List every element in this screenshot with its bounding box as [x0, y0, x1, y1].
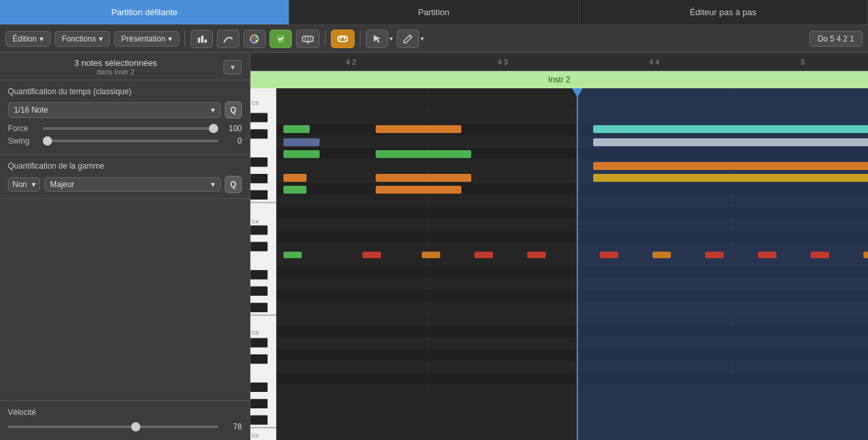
svg-rect-29 — [250, 315, 277, 316]
svg-rect-0 — [198, 38, 200, 43]
note[interactable] — [811, 252, 829, 258]
note[interactable] — [376, 174, 471, 182]
scale-q-button[interactable]: Q — [225, 176, 242, 193]
svg-rect-34 — [250, 399, 268, 408]
svg-point-7 — [256, 40, 258, 41]
note[interactable] — [376, 125, 461, 133]
velocity-slider[interactable] — [8, 426, 218, 428]
empty-space — [0, 199, 250, 400]
playhead — [577, 88, 578, 440]
chevron-down-icon: ▾ — [99, 34, 103, 43]
selection-info: 3 notes sélectionnées dans Instr 2 ▾ — [0, 53, 250, 80]
swing-value: 0 — [223, 136, 242, 146]
timeline-marker-42: 4 2 — [346, 58, 356, 66]
chevron-down-icon: ▾ — [168, 34, 172, 43]
note[interactable] — [652, 252, 671, 258]
scale-row: Non ▾ Majeur ▾ Q — [8, 176, 242, 193]
tab-partition-defilante[interactable]: Partition défilante — [0, 0, 289, 24]
note[interactable] — [600, 252, 618, 258]
edition-menu[interactable]: Édition ▾ — [5, 31, 51, 47]
timeline-marker-44: 4 4 — [649, 58, 659, 66]
svg-rect-21 — [250, 190, 268, 200]
note[interactable] — [362, 252, 381, 258]
quantize-q-button[interactable]: Q — [225, 101, 242, 119]
curve-icon-btn[interactable] — [217, 30, 239, 48]
separator — [185, 31, 185, 47]
separator2 — [325, 31, 326, 47]
selection-dropdown-btn[interactable]: ▾ — [223, 60, 242, 74]
svg-rect-22 — [250, 202, 277, 204]
presentation-menu[interactable]: Présentation ▾ — [114, 31, 179, 47]
note[interactable] — [376, 186, 461, 194]
svg-text:C2: C2 — [252, 433, 258, 439]
notes-grid[interactable] — [277, 88, 868, 440]
toolbar: Édition ▾ Fonctions ▾ Présentation ▾ ▾ ▾… — [0, 25, 868, 53]
tab-bar: Partition défilante Partition Éditeur pa… — [0, 0, 868, 25]
svg-point-13 — [307, 41, 309, 43]
pencil-chevron: ▾ — [420, 35, 424, 42]
svg-text:C5: C5 — [252, 100, 258, 105]
note[interactable] — [283, 186, 306, 194]
velocity-row: 78 — [8, 422, 242, 431]
midi-btn[interactable] — [296, 30, 320, 48]
force-value: 100 — [223, 124, 242, 133]
svg-rect-28 — [250, 303, 268, 312]
fonctions-menu[interactable]: Fonctions ▾ — [55, 31, 110, 47]
note[interactable] — [593, 174, 868, 182]
scale-type-select[interactable]: Majeur ▾ — [44, 177, 221, 192]
note[interactable] — [422, 252, 440, 258]
tab-editeur[interactable]: Éditeur pas à pas — [579, 0, 868, 24]
force-slider[interactable] — [43, 127, 218, 130]
note[interactable] — [283, 125, 310, 133]
note[interactable] — [593, 138, 868, 146]
chevron-down-icon: ▾ — [32, 180, 36, 189]
quantize-icon-btn[interactable] — [190, 30, 213, 48]
svg-rect-17 — [250, 113, 268, 122]
note[interactable] — [527, 252, 546, 258]
timeline-marker-43: 4 3 — [498, 58, 507, 66]
velocity-section: Vélocité 78 — [0, 400, 250, 440]
note[interactable] — [376, 150, 471, 158]
note[interactable] — [283, 150, 320, 158]
tab-partition[interactable]: Partition — [289, 0, 579, 24]
svg-rect-20 — [250, 174, 268, 183]
note[interactable] — [863, 252, 868, 258]
svg-rect-25 — [250, 242, 268, 251]
link-btn[interactable] — [331, 30, 355, 48]
scale-section: Quantification de la gamme Non ▾ Majeur … — [0, 155, 250, 199]
selection-subtitle: dans Instr 2 — [8, 68, 223, 76]
swing-label: Swing — [8, 136, 38, 146]
swing-slider[interactable] — [43, 140, 218, 142]
svg-text:C4: C4 — [252, 219, 258, 224]
note[interactable] — [758, 252, 776, 258]
playhead-marker — [572, 88, 583, 97]
pencil-tool-btn[interactable] — [397, 30, 419, 48]
note[interactable] — [283, 138, 320, 146]
svg-text:C3: C3 — [252, 330, 258, 335]
svg-point-5 — [256, 36, 258, 38]
quant-section-title: Quantification du temps (classique) — [8, 87, 242, 96]
svg-rect-2 — [204, 40, 207, 43]
note[interactable] — [283, 252, 302, 258]
note[interactable] — [705, 252, 724, 258]
svg-rect-19 — [250, 157, 268, 167]
scale-section-title: Quantification de la gamme — [8, 161, 242, 171]
svg-rect-1 — [201, 36, 204, 43]
scale-non-select[interactable]: Non ▾ — [8, 177, 40, 192]
arrow-tool-btn[interactable] — [366, 30, 388, 48]
quant-note-select[interactable]: 1/16 Note ▾ — [8, 102, 221, 118]
left-panel: 3 notes sélectionnées dans Instr 2 ▾ Qua… — [0, 53, 250, 440]
piano-svg: C5 C4 C3 — [250, 88, 277, 440]
svg-rect-27 — [250, 287, 268, 296]
color-active-btn[interactable] — [270, 30, 292, 48]
note[interactable] — [475, 252, 493, 258]
chevron-down-icon: ▾ — [211, 180, 215, 189]
region-header: Instr 2 — [250, 71, 868, 88]
color-palette-btn[interactable] — [243, 30, 266, 48]
svg-rect-31 — [250, 338, 268, 347]
note[interactable] — [593, 162, 868, 170]
selection-title: 3 notes sélectionnées — [8, 58, 223, 68]
svg-rect-33 — [250, 383, 268, 392]
note[interactable] — [283, 174, 306, 182]
note[interactable] — [593, 125, 868, 133]
